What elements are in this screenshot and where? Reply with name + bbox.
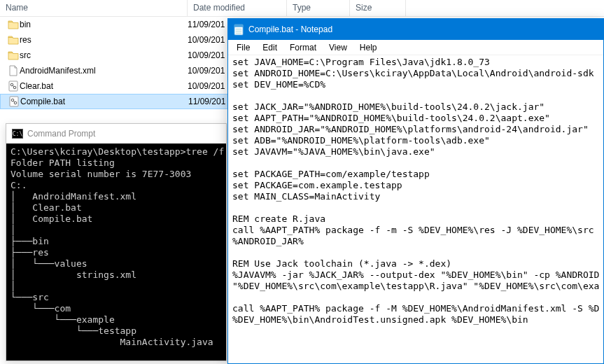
- command-prompt-title: Command Prompt: [27, 129, 95, 139]
- notepad-menubar: File Edit Format View Help: [228, 40, 603, 55]
- command-prompt-window[interactable]: C:\ Command Prompt C:\Users\kciray\Deskt…: [6, 123, 227, 361]
- batch-file-icon: [8, 96, 20, 107]
- file-icon: [7, 65, 20, 76]
- column-header-type[interactable]: Type: [287, 0, 350, 16]
- menu-help[interactable]: Help: [354, 41, 383, 54]
- column-header-size[interactable]: Size: [350, 0, 406, 16]
- file-name: Clear.bat: [20, 81, 188, 91]
- notepad-icon: [234, 24, 244, 36]
- file-name: AndroidManifest.xml: [20, 66, 188, 76]
- folder-icon: [7, 50, 20, 60]
- column-header-name[interactable]: Name: [0, 0, 188, 16]
- notepad-titlebar[interactable]: Compile.bat - Notepad: [228, 19, 603, 40]
- menu-edit[interactable]: Edit: [257, 41, 283, 54]
- menu-format[interactable]: Format: [284, 41, 322, 54]
- command-prompt-body[interactable]: C:\Users\kciray\Desktop\testapp>tree /f …: [6, 144, 226, 360]
- menu-file[interactable]: File: [231, 41, 255, 54]
- folder-icon: [7, 20, 20, 29]
- column-header-date[interactable]: Date modified: [188, 0, 287, 16]
- terminal-icon: C:\: [12, 129, 23, 139]
- menu-view[interactable]: View: [323, 41, 353, 54]
- notepad-window[interactable]: Compile.bat - Notepad File Edit Format V…: [227, 18, 604, 364]
- svg-rect-7: [234, 24, 243, 27]
- notepad-text-area[interactable]: set JAVA_HOME=C:\Program Files\Java\jdk1…: [228, 55, 603, 363]
- file-name: bin: [20, 20, 188, 29]
- notepad-title: Compile.bat - Notepad: [248, 24, 332, 34]
- command-prompt-titlebar[interactable]: C:\ Command Prompt: [6, 124, 226, 144]
- folder-icon: [7, 35, 20, 45]
- file-name: src: [20, 50, 188, 60]
- file-name: Compile.bat: [20, 97, 188, 106]
- column-headers: Name Date modified Type Size: [0, 0, 604, 17]
- file-name: res: [20, 35, 188, 45]
- batch-file-icon: [7, 80, 20, 92]
